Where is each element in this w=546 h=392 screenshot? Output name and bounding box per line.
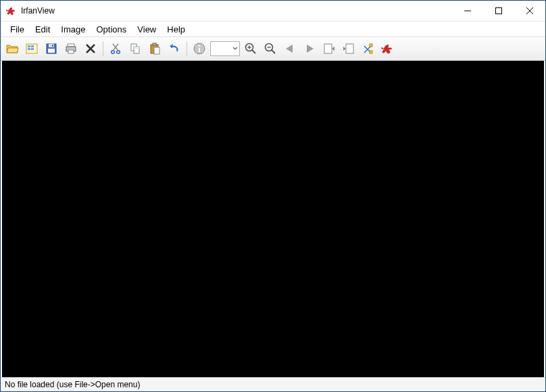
svg-rect-8	[31, 48, 34, 50]
app-icon	[6, 5, 17, 16]
svg-rect-24	[134, 47, 139, 49]
menu-view[interactable]: View	[132, 23, 162, 36]
undo-button[interactable]	[166, 40, 183, 57]
window-title: IrfanView	[21, 6, 55, 16]
svg-rect-40	[370, 44, 372, 47]
app-window: IrfanView File Edit Image Options View H…	[0, 0, 546, 392]
previous-button[interactable]	[281, 40, 299, 57]
svg-line-32	[252, 50, 255, 53]
next-button[interactable]	[301, 40, 318, 57]
svg-rect-41	[370, 51, 372, 53]
copy-button[interactable]	[126, 40, 144, 57]
save-icon	[45, 42, 58, 55]
svg-rect-30	[199, 45, 200, 47]
menu-edit[interactable]: Edit	[30, 23, 55, 36]
next-page-icon	[342, 42, 355, 55]
zoom-in-button[interactable]	[242, 40, 259, 57]
info-button[interactable]	[191, 40, 208, 57]
image-canvas[interactable]	[2, 61, 544, 377]
svg-point-18	[111, 51, 115, 54]
svg-rect-12	[52, 45, 53, 47]
zoom-out-icon	[264, 42, 277, 55]
menu-help[interactable]: Help	[162, 23, 191, 36]
chevron-down-icon	[232, 46, 238, 51]
statusbar: No file loaded (use File->Open menu)	[1, 377, 545, 391]
menu-options[interactable]: Options	[91, 23, 132, 36]
open-button[interactable]	[3, 40, 21, 57]
svg-rect-1	[496, 8, 502, 14]
svg-rect-38	[324, 44, 332, 53]
svg-rect-26	[153, 43, 156, 45]
menubar: File Edit Image Options View Help	[1, 22, 545, 36]
svg-rect-7	[28, 48, 30, 50]
svg-rect-13	[68, 44, 74, 47]
copy-icon	[128, 42, 142, 55]
delete-button[interactable]	[82, 40, 99, 57]
menu-file[interactable]: File	[5, 23, 30, 36]
svg-rect-29	[199, 48, 200, 52]
next-page-button[interactable]	[340, 40, 357, 57]
minimize-button[interactable]	[452, 1, 483, 21]
next-icon	[303, 42, 316, 55]
titlebar: IrfanView	[1, 1, 545, 22]
paste-button[interactable]	[146, 40, 164, 57]
thumbnails-icon	[25, 42, 39, 55]
cut-button[interactable]	[107, 40, 124, 57]
open-icon	[5, 42, 19, 55]
undo-icon	[168, 42, 181, 55]
settings-button[interactable]	[359, 40, 377, 57]
previous-page-icon	[322, 42, 336, 55]
separator	[187, 41, 187, 56]
svg-rect-11	[48, 49, 55, 53]
print-icon	[64, 42, 78, 55]
print-button[interactable]	[62, 40, 80, 57]
menu-image[interactable]: Image	[55, 23, 91, 36]
about-button[interactable]	[379, 40, 397, 57]
svg-line-36	[272, 50, 275, 53]
previous-page-button[interactable]	[320, 40, 338, 57]
svg-rect-15	[68, 50, 74, 53]
thumbnails-button[interactable]	[23, 40, 41, 57]
delete-icon	[84, 42, 97, 55]
svg-rect-5	[28, 45, 30, 47]
zoom-in-icon	[244, 42, 257, 55]
settings-icon	[362, 42, 375, 55]
status-message: No file loaded (use File->Open menu)	[5, 380, 140, 389]
separator	[103, 41, 103, 56]
svg-rect-6	[31, 45, 34, 47]
about-icon	[381, 42, 395, 55]
paste-icon	[148, 42, 162, 55]
info-icon	[193, 42, 206, 55]
cut-icon	[109, 42, 122, 55]
close-button[interactable]	[514, 1, 545, 21]
maximize-button[interactable]	[483, 1, 514, 21]
toolbar	[1, 36, 545, 61]
zoom-out-button[interactable]	[262, 40, 279, 57]
svg-rect-39	[346, 44, 353, 53]
svg-point-19	[117, 51, 120, 54]
zoom-dropdown[interactable]	[210, 41, 240, 56]
previous-icon	[283, 42, 297, 55]
save-button[interactable]	[43, 40, 60, 57]
svg-rect-27	[154, 47, 159, 54]
